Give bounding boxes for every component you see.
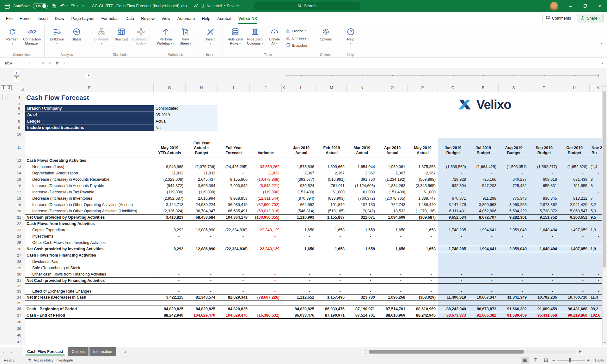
cell-U18[interactable]: 813,212 xyxy=(559,195,590,202)
cell-Q27[interactable] xyxy=(438,252,468,258)
cell-N12[interactable] xyxy=(347,157,377,164)
cell-P39[interactable] xyxy=(408,325,438,332)
row-header-11[interactable]: 11 xyxy=(13,138,25,157)
cell-K15[interactable] xyxy=(282,176,286,183)
cell-R41[interactable] xyxy=(468,339,499,345)
cell-R31[interactable]: - xyxy=(468,278,499,283)
table-header-month-9[interactable]: Sep 2019Budget xyxy=(529,138,559,157)
cell-U22[interactable] xyxy=(559,221,590,227)
cell-S41[interactable] xyxy=(499,339,529,345)
cell-U23[interactable]: 1,497,059 xyxy=(559,227,590,233)
cell-G36[interactable]: 84,820,825 xyxy=(154,306,186,312)
table-header-J[interactable]: Variance xyxy=(250,138,282,157)
cell-I24[interactable]: - xyxy=(218,233,250,240)
cell-T12[interactable] xyxy=(529,157,559,164)
scrollbar-resize-handle[interactable]: ⋮ xyxy=(364,349,368,354)
cell-N21[interactable]: 322,071 xyxy=(347,215,377,220)
cell-I28[interactable]: - xyxy=(218,258,250,265)
table-header-month-6[interactable]: Jun 2019Budget xyxy=(438,138,468,157)
minimize-button[interactable]: ─ xyxy=(563,0,578,12)
cell-J33[interactable]: - xyxy=(250,288,282,294)
cell-O41[interactable] xyxy=(377,339,408,345)
cell-T40[interactable] xyxy=(529,332,559,339)
cell-S14[interactable]: - xyxy=(499,170,529,176)
cell-N13[interactable]: 1,654,044 xyxy=(347,164,377,170)
cell-S38[interactable] xyxy=(499,319,529,325)
cell-S25[interactable]: - xyxy=(499,240,529,246)
cell-G16[interactable]: (944,372) xyxy=(154,183,186,189)
row-header-37[interactable]: 37 xyxy=(13,312,25,319)
cell-I34[interactable]: 82,029,341 xyxy=(218,295,250,300)
menu-review[interactable]: Review xyxy=(138,12,158,25)
cell-K4[interactable] xyxy=(282,92,286,103)
sheet-tab-information[interactable]: Information xyxy=(89,347,116,356)
cell-H38[interactable] xyxy=(186,319,218,325)
param-label-6[interactable]: Branch / Company xyxy=(25,105,154,112)
cell-S35[interactable] xyxy=(499,301,529,306)
row-header-19[interactable]: 19 xyxy=(13,202,25,208)
save-status[interactable]: Saved xyxy=(227,4,238,8)
cell-G12[interactable] xyxy=(154,157,186,164)
cell-H34[interactable]: 81,340,574 xyxy=(186,295,218,300)
cell-Q39[interactable] xyxy=(438,325,468,332)
cell-M19[interactable]: 101,849 xyxy=(316,202,347,208)
cell-U21[interactable]: 9,203,652 xyxy=(559,215,590,220)
cell-I7[interactable] xyxy=(218,112,607,118)
cell-K39[interactable] xyxy=(282,325,286,332)
row-header-4[interactable]: 4 xyxy=(13,92,25,103)
cell-G29[interactable]: - xyxy=(154,265,186,271)
cell-N40[interactable] xyxy=(347,332,377,339)
cell-K13[interactable] xyxy=(282,164,286,170)
cell-I18[interactable]: 9,958,858 xyxy=(218,195,250,202)
cell-O13[interactable]: 1,939,061 xyxy=(377,164,408,170)
cell-K37[interactable] xyxy=(282,312,286,318)
cell-H23[interactable]: 12,886,890 xyxy=(186,227,218,233)
cell-O14[interactable]: 2,367 xyxy=(377,170,408,176)
cell-N32[interactable] xyxy=(347,284,377,288)
cell-F26[interactable]: Net Cash provided by Investing Activitie… xyxy=(25,246,154,252)
page-layout-view-icon[interactable] xyxy=(531,357,540,364)
cell-F39[interactable] xyxy=(25,325,154,332)
cell-S20[interactable]: 5,584,329 xyxy=(499,208,529,214)
cell-P37[interactable]: 88,242,940 xyxy=(408,312,438,318)
cell-G23[interactable]: 8,292 xyxy=(154,227,186,233)
column-header-J[interactable]: J xyxy=(250,84,282,92)
cell-Q35[interactable] xyxy=(438,301,468,306)
save-icon[interactable] xyxy=(51,3,57,9)
cell-K14[interactable] xyxy=(282,170,286,176)
table-header-month-10[interactable]: Oct 2019Budget xyxy=(559,138,590,157)
cell-U24[interactable]: - xyxy=(559,233,590,240)
column-header-G[interactable]: G xyxy=(154,84,186,92)
cell-M24[interactable]: - xyxy=(316,233,347,240)
cell-K31[interactable] xyxy=(282,278,286,283)
cell-R25[interactable]: - xyxy=(468,240,499,246)
writeback-button[interactable]: PerformWriteback ▾ xyxy=(156,26,175,46)
cell-P23[interactable]: 1,658 xyxy=(408,227,438,233)
cell-R22[interactable] xyxy=(468,221,499,227)
cell-R19[interactable]: 3,300,663 xyxy=(468,202,499,208)
column-header-U[interactable]: U xyxy=(559,84,590,92)
insert-function-icon[interactable]: fx xyxy=(54,61,61,65)
cell-M20[interactable]: (519,165) xyxy=(316,208,347,214)
cell-L35[interactable] xyxy=(286,301,316,306)
cell-K21[interactable] xyxy=(282,215,286,220)
param-value-7[interactable]: 05-2019 xyxy=(154,112,218,118)
cell-L13[interactable]: 1,575,836 xyxy=(286,164,316,170)
cell-K29[interactable] xyxy=(282,265,286,271)
cell-F22[interactable]: Cash Flows from Investing Activities xyxy=(25,221,154,227)
column-header-S[interactable]: S xyxy=(499,84,529,92)
cell-G38[interactable] xyxy=(154,319,186,325)
cell-N18[interactable]: (760,372) xyxy=(347,195,377,202)
table-header-month-1[interactable]: Jan 2019Actual xyxy=(286,138,316,157)
cell-O18[interactable]: (2,076,765) xyxy=(377,195,408,202)
cell-H33[interactable]: - xyxy=(186,288,218,294)
cell-J22[interactable] xyxy=(250,221,282,227)
cell-U15[interactable]: 631,439 xyxy=(559,176,590,183)
cell-M37[interactable]: 87,190,971 xyxy=(316,312,347,318)
cell-M36[interactable]: 86,033,476 xyxy=(316,306,347,312)
share-button[interactable]: Share ▾ xyxy=(577,14,604,22)
cell-M38[interactable] xyxy=(316,319,347,325)
cell-I19[interactable]: 36,085,415 xyxy=(218,202,250,208)
cell-O23[interactable]: 1,658 xyxy=(377,227,408,233)
next-sheet-icon[interactable]: › xyxy=(8,349,15,354)
